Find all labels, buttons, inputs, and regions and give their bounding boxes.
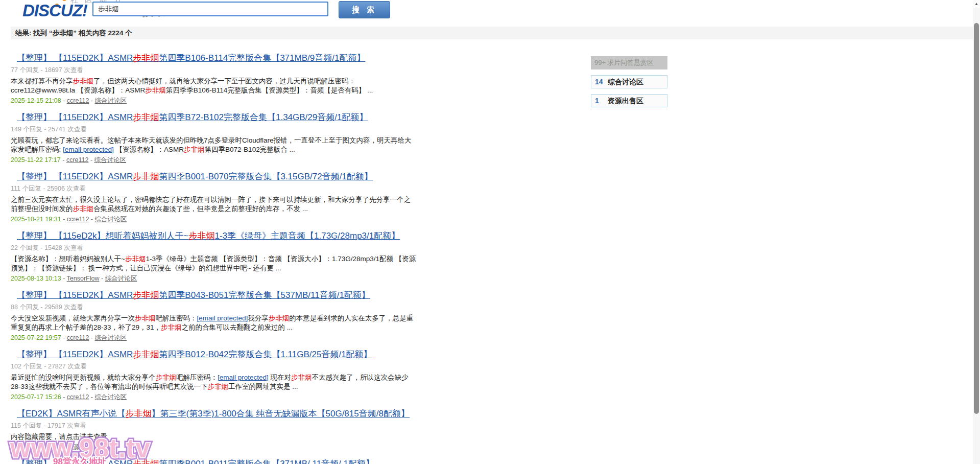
- result-meta: 2025-07-17 15:26 - ccre112 - 综合讨论区: [11, 393, 419, 401]
- keyword-highlight: 步非烟: [133, 290, 159, 300]
- keyword-highlight: 步非烟: [133, 53, 159, 63]
- meta-separator: -: [61, 275, 67, 282]
- meta-separator: -: [61, 97, 67, 104]
- email-protected-link[interactable]: [email protected]: [63, 146, 114, 153]
- meta-separator: -: [88, 156, 94, 164]
- result-date: 2025-10-21 19:31: [11, 216, 61, 223]
- result-forum-link[interactable]: 综合讨论区: [105, 275, 137, 282]
- result-title: 【整理】 【115ED2K】ASMR步非烟第四季B106-B114完整版合集【3…: [11, 53, 419, 64]
- meta-separator: -: [89, 216, 94, 223]
- scrollbar-thumb[interactable]: [974, 23, 979, 414]
- result-meta: 2025-08-13 10:13 - TensorFlow - 综合讨论区: [11, 275, 419, 282]
- result-author-link[interactable]: ccre112: [67, 97, 89, 104]
- text-segment: 【ED2K】ASMR有声小说【: [17, 409, 126, 419]
- keyword-highlight: 步非烟: [73, 77, 94, 85]
- sidebar-item-count: 1: [595, 95, 608, 107]
- result-title-link[interactable]: 【整理】 【115ED2K】ASMR步非烟第四季B106-B114完整版合集【3…: [17, 53, 365, 63]
- result-stats: 88 个回复 - 29589 次查看: [11, 304, 419, 311]
- result-meta: 2025-12-15 21:08 - ccre112 - 综合讨论区: [11, 97, 419, 104]
- result-title-link[interactable]: 【整理】 【115ED2K】ASMR步非烟第四季B043-B051完整版合集【5…: [17, 290, 370, 300]
- result-title: 【整理】 【115ED2K】ASMR步非烟第四季B72-B102完整版合集【1.…: [11, 112, 419, 123]
- text-segment: 【整理】 【115ED2K】ASMR: [17, 53, 133, 63]
- text-segment: 【整理】 【115eD2k】想听着妈妈被别人干~: [17, 231, 188, 241]
- result-author-link[interactable]: ccre112: [67, 216, 89, 223]
- text-segment: 工作室的网址其实是 ...: [228, 383, 298, 390]
- search-result: 【整理】 【115ED2K】ASMR步非烟第四季B72-B102完整版合集【1.…: [11, 112, 419, 164]
- text-segment: 【资源名称】：ASMR: [114, 146, 184, 153]
- text-segment: 之前的合集可以去翻翻之前发过的 ...: [182, 323, 293, 331]
- result-stats: 149 个回复 - 25741 次查看: [11, 126, 419, 133]
- text-segment: 第四季B043-B051完整版合集【537MB/11音频/1配额】: [159, 290, 370, 300]
- result-author-link[interactable]: ccre112: [66, 156, 89, 164]
- keyword-highlight: 步非烟: [126, 409, 152, 419]
- page-scrollbar[interactable]: ▲: [973, 0, 980, 464]
- text-segment: 第四季季B106-B114完整版合集【资源类型】：音频【是否有码】 ...: [166, 86, 373, 94]
- keyword-highlight: 步非烟: [188, 231, 214, 241]
- meta-separator: -: [61, 156, 66, 164]
- meta-separator: -: [61, 216, 67, 223]
- search-result: 【整理】 【115ED2K】ASMR步非烟第四季B001-B070完整版合集【3…: [11, 171, 419, 223]
- sidebar-item-label: 求片问答悬赏区: [607, 59, 654, 66]
- keyword-highlight: 步非烟: [133, 172, 159, 181]
- result-title: 【整理】 【115eD2k】想听着妈妈被别人干~步非烟1-3季《绿母》主题音频【…: [11, 230, 419, 242]
- logo-text: DISCUZ!: [22, 1, 87, 20]
- results-list: 【整理】 【115ED2K】ASMR步非烟第四季B106-B114完整版合集【3…: [11, 53, 419, 464]
- meta-separator: -: [89, 334, 94, 341]
- result-author-link[interactable]: TensorFlow: [67, 275, 100, 282]
- result-description: 之前三次元实在太忙，很久没上论坛了，密码都快忘了好在现在可以清闲一阵了，接下来可…: [11, 195, 417, 214]
- result-date: 2025-12-15 21:08: [11, 97, 61, 104]
- keyword-highlight: 步非烟: [125, 255, 146, 263]
- result-stats: 77 个回复 - 18697 次查看: [11, 66, 419, 74]
- sidebar-forum-filter[interactable]: 14综合讨论区: [591, 75, 667, 88]
- result-description: 今天没空发新视频，就给大家再分享一次步非烟吧解压密码：[email protec…: [11, 314, 417, 332]
- text-segment: 第四季B072-B102完整版合 ...: [205, 146, 295, 153]
- result-title-link[interactable]: 【整理】 【115ED2K】ASMR步非烟第四季B72-B102完整版合集【1.…: [17, 112, 368, 122]
- result-forum-link[interactable]: 综合讨论区: [94, 156, 127, 164]
- text-segment: 吧解压密码：: [176, 374, 218, 381]
- scrollbar-up-arrow-icon[interactable]: ▲: [973, 0, 980, 8]
- email-protected-link[interactable]: [email protected]: [218, 374, 269, 381]
- meta-separator: -: [61, 334, 67, 341]
- keyword-highlight: 步非烟: [156, 374, 177, 381]
- result-author-link[interactable]: ccre112: [67, 393, 89, 401]
- result-stats: 115 个回复 - 17917 次查看: [11, 422, 419, 430]
- result-forum-link[interactable]: 综合讨论区: [94, 334, 127, 341]
- keyword-highlight: 步非烟: [145, 86, 166, 94]
- result-author-link[interactable]: ccre112: [67, 334, 89, 341]
- text-segment: 第四季B72-B102完整版合集【1.34GB/29音频/1配额】: [159, 112, 368, 122]
- search-input[interactable]: [92, 2, 328, 16]
- result-date: 2025-07-22 19:57: [11, 334, 61, 341]
- text-segment: 我分享: [248, 314, 269, 322]
- text-segment: 【整理】 【115ED2K】ASMR: [17, 290, 133, 300]
- result-meta: 2025-10-21 19:31 - ccre112 - 综合讨论区: [11, 216, 419, 223]
- search-button[interactable]: 搜 索: [339, 1, 390, 18]
- text-segment: 本来都打算不再分享: [11, 77, 73, 85]
- text-segment: 最近挺忙的没啥时间更新视频，就给大家分享个: [11, 374, 156, 381]
- result-title-link[interactable]: 【整理】 【115ED2K】ASMR步非烟第四季B012-B042完整版合集【1…: [17, 350, 372, 359]
- result-forum-link[interactable]: 综合讨论区: [94, 216, 127, 223]
- keyword-highlight: 步非烟: [133, 350, 159, 359]
- result-date: 2025-07-17 15:26: [11, 393, 61, 401]
- result-forum-link[interactable]: 综合讨论区: [94, 393, 127, 401]
- text-segment: 第四季B012-B042完整版合集【1.11GB/25音频/1配额】: [159, 350, 372, 359]
- text-segment: 第四季B106-B114完整版合集【371MB/9音频/1配额】: [159, 53, 365, 63]
- result-stats: 102 个回复 - 27827 次查看: [11, 363, 419, 370]
- search-result: 【整理】 【115ED2K】ASMR步非烟第四季B012-B042完整版合集【1…: [11, 349, 419, 401]
- site-watermark: www.98t.tv www.98t.tv www.98t.tv 98堂永久地址…: [10, 433, 184, 464]
- result-title-link[interactable]: 【整理】 【115eD2k】想听着妈妈被别人干~步非烟1-3季《绿母》主题音频【…: [17, 231, 400, 241]
- text-segment: 第四季B001-B011完整版合集【371MB/ 11音频/ 1配额】: [159, 459, 374, 464]
- result-title-link[interactable]: 【整理】 【115ED2K】ASMR步非烟第四季B001-B070完整版合集【3…: [17, 172, 373, 181]
- email-protected-link[interactable]: [email protected]: [197, 314, 248, 322]
- result-title: 【ED2K】ASMR有声小说【步非烟】第三季(第3季)1-800合集 纯音无缺漏…: [11, 408, 419, 420]
- sidebar-forum-filter: 99+求片问答悬赏区: [591, 56, 667, 69]
- result-meta: 2025-07-22 19:57 - ccre112 - 综合讨论区: [11, 334, 419, 341]
- result-forum-link[interactable]: 综合讨论区: [94, 97, 127, 104]
- keyword-highlight: 步非烟: [208, 383, 229, 390]
- result-title-link[interactable]: 【ED2K】ASMR有声小说【步非烟】第三季(第3季)1-800合集 纯音无缺漏…: [17, 409, 410, 419]
- text-segment: 现在对: [269, 374, 291, 381]
- sidebar-forum-filter[interactable]: 1资源出售区: [591, 94, 667, 107]
- result-title: 【整理】 【115ED2K】ASMR步非烟第四季B001-B070完整版合集【3…: [11, 171, 419, 182]
- keyword-highlight: 步非烟: [73, 205, 94, 213]
- text-segment: 【整理】 【115ED2K】ASMR: [17, 112, 133, 122]
- text-segment: 今天没空发新视频，就给大家再分享一次: [11, 314, 135, 322]
